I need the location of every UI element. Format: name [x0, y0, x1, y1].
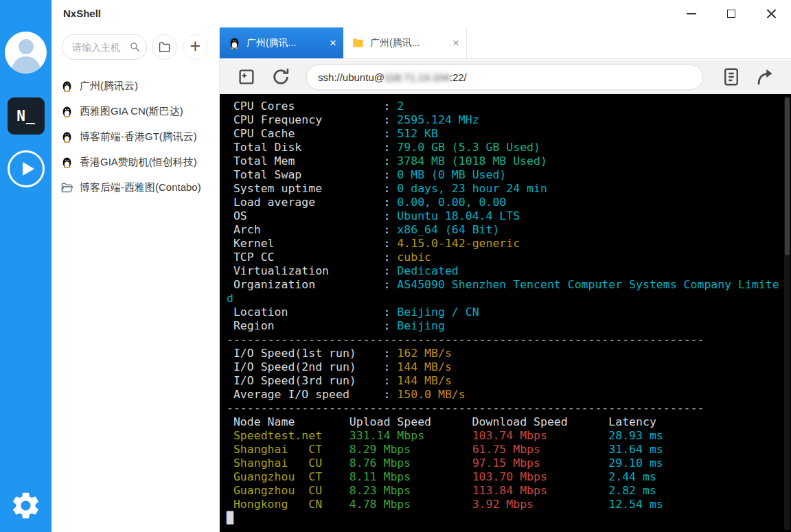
- new-tab-icon: [236, 67, 257, 87]
- activity-bar: N_: [0, 0, 51, 532]
- linux-icon: [60, 105, 73, 118]
- host-label: 香港GIA赞助机(恒创科技): [80, 156, 197, 169]
- host-item-seattle-gia[interactable]: 西雅图GIA CN(斯巴达): [51, 99, 219, 124]
- terminal-scrollbar[interactable]: [784, 96, 790, 530]
- folder-icon: [352, 36, 365, 49]
- tab-label: 广州(腾讯...: [370, 37, 447, 49]
- url-prefix: ssh://ubuntu@: [318, 71, 385, 83]
- scrollbar-thumb[interactable]: [785, 97, 790, 255]
- minimize-icon: [687, 13, 696, 14]
- tab-sftp-guangzhou[interactable]: 广州(腾讯... ×: [343, 27, 467, 58]
- maximize-button[interactable]: [711, 0, 751, 27]
- host-item-guangzhou[interactable]: 广州(腾讯云): [51, 73, 219, 99]
- sidebar-search-row: +: [51, 27, 219, 67]
- address-bar[interactable]: ssh://ubuntu@118.71.13.104:22/: [306, 65, 703, 90]
- host-label: 博客后端-西雅图(Contabo): [80, 181, 201, 194]
- import-folder-button[interactable]: [152, 34, 177, 60]
- url-ip-obscured: 118.71.13.104: [385, 71, 450, 83]
- folder-open-icon: [60, 181, 73, 194]
- nxshell-window: N_ NxShell: [0, 0, 791, 532]
- url-suffix: :22/: [450, 71, 467, 83]
- play-icon: [23, 162, 34, 176]
- gear-icon: [10, 489, 42, 522]
- linux-icon: [60, 80, 73, 93]
- folder-icon: [158, 41, 172, 54]
- maximize-icon: [727, 10, 735, 18]
- settings-button[interactable]: [10, 489, 42, 522]
- host-label: 广州(腾讯云): [80, 80, 138, 93]
- terminal[interactable]: CPU Cores : 2 CPU Frequency : 2595.124 M…: [220, 94, 791, 532]
- tab-label: 广州(腾讯...: [247, 37, 324, 49]
- refresh-icon: [271, 67, 291, 87]
- close-icon: [766, 8, 777, 20]
- linux-icon: [60, 130, 73, 143]
- add-host-button[interactable]: +: [183, 34, 208, 60]
- search-icon: [128, 41, 141, 53]
- sftp-panel-button[interactable]: [720, 65, 743, 89]
- host-item-blog-frontend[interactable]: 博客前端-香港GT(腾讯云): [51, 124, 219, 150]
- terminal-output[interactable]: CPU Cores : 2 CPU Frequency : 2595.124 M…: [220, 94, 791, 525]
- forward-button[interactable]: [754, 65, 777, 89]
- host-item-hk-gia[interactable]: 香港GIA赞助机(恒创科技): [51, 150, 219, 175]
- tab-bar: 广州(腾讯... × 广州(腾讯... ×: [220, 27, 791, 59]
- search-box: [62, 34, 147, 60]
- tab-terminal-guangzhou[interactable]: 广州(腾讯... ×: [220, 27, 343, 58]
- host-label: 博客前端-香港GT(腾讯云): [80, 130, 197, 143]
- nxshell-logo[interactable]: N_: [8, 97, 45, 135]
- host-item-blog-backend[interactable]: 博客后端-西雅图(Contabo): [51, 175, 219, 200]
- quick-connect-button[interactable]: [8, 150, 45, 187]
- new-tab-button[interactable]: [235, 65, 258, 89]
- tab-close-icon[interactable]: ×: [452, 37, 459, 49]
- host-list: 广州(腾讯云) 西雅图GIA CN(斯巴达) 博客前端-香港GT(腾讯云) 香港…: [51, 67, 219, 200]
- host-label: 西雅图GIA CN(斯巴达): [80, 105, 183, 118]
- session-toolbar: ssh://ubuntu@118.71.13.104:22/: [220, 60, 791, 94]
- window-controls: [672, 0, 791, 27]
- refresh-button[interactable]: [269, 65, 293, 89]
- titlebar: NxShell: [51, 0, 791, 27]
- user-avatar[interactable]: [5, 32, 47, 73]
- app-title: NxShell: [63, 8, 101, 19]
- linux-icon: [228, 36, 241, 49]
- minimize-button[interactable]: [672, 0, 711, 27]
- sidebar: + 广州(腾讯云) 西雅图GIA CN(斯巴达) 博客前端-香港GT(腾讯云) …: [51, 27, 220, 532]
- user-icon: [19, 39, 34, 54]
- file-list-icon: [721, 67, 742, 87]
- close-button[interactable]: [751, 0, 791, 27]
- forward-arrow-icon: [755, 67, 776, 87]
- tab-close-icon[interactable]: ×: [330, 37, 336, 49]
- linux-icon: [60, 156, 73, 169]
